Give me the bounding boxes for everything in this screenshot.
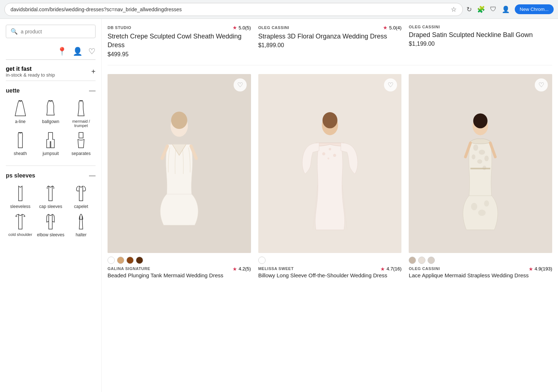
avatar-icon[interactable]: 👤 xyxy=(502,5,510,13)
top-product-name-1: Stretch Crepe Sculpted Cowl Sheath Weddi… xyxy=(108,32,251,50)
search-bar[interactable]: 🔍 xyxy=(6,25,96,38)
rating-star-1: ★ xyxy=(232,266,237,272)
svg-point-18 xyxy=(484,200,489,207)
wishlist-button-3[interactable]: ♡ xyxy=(535,78,548,91)
aline-label: a-line xyxy=(15,119,25,124)
main-content: DB STUDIO ★ 5.0(5) Stretch Crepe Sculpte… xyxy=(102,19,558,392)
products-grid: ♡ GALINA SIGNATURE ★ 4.2(5) Beaded Plung… xyxy=(108,74,552,290)
color-swatch-brown-1[interactable] xyxy=(126,257,134,264)
star-icon-1: ★ xyxy=(232,25,237,30)
top-product-price-2: $1,899.00 xyxy=(258,42,402,49)
color-swatch-tan-1[interactable] xyxy=(117,257,124,264)
product-card-1[interactable]: ♡ GALINA SIGNATURE ★ 4.2(5) Beaded Plung… xyxy=(108,74,251,281)
silhouette-filter-title: uette xyxy=(6,87,20,94)
rating-value-1: 5.0(5) xyxy=(239,25,251,30)
svg-point-13 xyxy=(472,154,476,159)
svg-point-17 xyxy=(478,210,486,216)
product-name-2: Billowy Long Sleeve Off-the-Shoulder Wed… xyxy=(258,272,402,279)
top-product-card-2[interactable]: OLEG CASSINI ★ 5.0(4) Strapless 3D Flora… xyxy=(258,25,402,58)
product-brand-3: OLEG CASSINI xyxy=(409,266,440,271)
color-swatch-light-3[interactable] xyxy=(418,257,425,264)
product-rating-1: ★ 4.2(5) xyxy=(232,266,251,272)
search-input[interactable] xyxy=(21,29,91,34)
refresh-icon[interactable]: ↻ xyxy=(466,5,472,13)
color-swatch-gray-3[interactable] xyxy=(409,257,416,264)
top-product-card-3[interactable]: OLEG CASSINI Draped Satin Sculpted Neckl… xyxy=(409,25,552,58)
rating-value-2: 5.0(4) xyxy=(389,25,401,30)
product-card-2[interactable]: ♡ MELISSA SWEET ★ 4.7(16) Billowy Long S… xyxy=(258,74,402,281)
collapse-sleeves-icon[interactable]: — xyxy=(89,172,96,179)
product-brand-2: MELISSA SWEET xyxy=(258,266,294,271)
silhouette-options-grid: a-line ballgown xyxy=(6,99,96,156)
extensions-icon[interactable]: 🧩 xyxy=(477,5,485,13)
svg-point-16 xyxy=(471,203,477,211)
product-image-wrapper-3: ♡ xyxy=(409,74,552,253)
separates-label: separates xyxy=(72,151,91,156)
browser-icons: ↻ 🧩 🛡 👤 New Chrom... xyxy=(466,4,554,14)
sleeves-filter-section: ps sleeves — sleeveless xyxy=(6,166,96,247)
wishlist-button-2[interactable]: ♡ xyxy=(384,78,397,91)
product-name-3: Lace Applique Mermaid Strapless Wedding … xyxy=(409,272,552,279)
filter-option-coldshoulder[interactable]: cold shoulder xyxy=(6,213,35,237)
product-name-1: Beaded Plunging Tank Mermaid Wedding Dre… xyxy=(108,272,251,279)
product-rating-2: ★ 4.7(16) xyxy=(380,266,401,272)
filter-option-ballgown[interactable]: ballgown xyxy=(36,99,65,128)
url-bar[interactable]: davidsbridal.com/brides/wedding-dresses?… xyxy=(4,3,463,16)
filter-option-jumpsuit[interactable]: jumpsuit xyxy=(36,131,65,156)
elbowsleeves-label: elbow sleeves xyxy=(37,232,64,237)
svg-point-7 xyxy=(327,158,329,159)
svg-point-5 xyxy=(329,148,331,150)
filter-option-capelet[interactable]: capelet xyxy=(66,184,96,209)
get-it-fast-title: get it fast xyxy=(6,66,55,72)
page-wrapper: 🔍 📍 👤 ♡ get it fast in-stock & ready to … xyxy=(0,19,558,392)
top-product-brand-2: OLEG CASSINI xyxy=(258,25,289,30)
product-brand-1: GALINA SIGNATURE xyxy=(108,266,150,271)
get-it-fast-filter[interactable]: get it fast in-stock & ready to ship + xyxy=(6,60,96,81)
color-swatch-darkbrown-1[interactable] xyxy=(136,257,143,264)
filter-option-mermaid[interactable]: mermaid / trumpet xyxy=(66,99,96,128)
filter-option-halter[interactable]: halter xyxy=(66,213,96,237)
url-text: davidsbridal.com/brides/wedding-dresses?… xyxy=(11,7,182,12)
ballgown-label: ballgown xyxy=(42,119,59,124)
collapse-silhouette-icon[interactable]: — xyxy=(89,87,96,94)
product-image-3 xyxy=(409,74,552,253)
svg-point-6 xyxy=(333,154,336,157)
filter-option-capsleeves[interactable]: cap sleeves xyxy=(36,184,65,209)
filter-option-aline[interactable]: a-line xyxy=(6,99,35,128)
top-product-rating-1: ★ 5.0(5) xyxy=(232,25,251,30)
color-swatch-white-2[interactable] xyxy=(258,257,266,264)
top-product-rating-2: ★ 5.0(4) xyxy=(383,25,401,30)
product-card-3[interactable]: ♡ OLEG CASSINI ★ 4.9(193) Lace Applique … xyxy=(409,74,552,281)
svg-point-1 xyxy=(171,111,187,129)
location-icon[interactable]: 📍 xyxy=(57,47,67,56)
new-chrome-button[interactable]: New Chrom... xyxy=(515,4,554,14)
browser-bar: davidsbridal.com/brides/wedding-dresses?… xyxy=(0,0,558,19)
top-product-card-1[interactable]: DB STUDIO ★ 5.0(5) Stretch Crepe Sculpte… xyxy=(108,25,251,58)
svg-point-4 xyxy=(322,152,326,155)
filter-option-sheath[interactable]: sheath xyxy=(6,131,35,156)
filter-option-elbowsleeves[interactable]: elbow sleeves xyxy=(36,213,65,237)
wishlist-icon[interactable]: ♡ xyxy=(88,47,96,56)
sleeves-filter-title: ps sleeves xyxy=(6,172,35,179)
get-it-fast-subtitle: in-stock & ready to ship xyxy=(6,72,55,78)
silhouette-filter-section: uette — a-line xyxy=(6,81,96,166)
rating-text-1: 4.2(5) xyxy=(239,266,251,271)
top-product-name-2: Strapless 3D Floral Organza Wedding Dres… xyxy=(258,32,402,41)
product-image-wrapper-1: ♡ xyxy=(108,74,251,253)
wishlist-button-1[interactable]: ♡ xyxy=(234,78,247,91)
filter-option-separates[interactable]: separates xyxy=(66,131,96,156)
silhouette-filter-header: uette — xyxy=(6,87,96,94)
search-icon: 🔍 xyxy=(11,28,18,35)
svg-point-3 xyxy=(322,112,337,128)
filter-option-sleeveless[interactable]: sleeveless xyxy=(6,184,35,209)
top-product-brand-3: OLEG CASSINI xyxy=(409,25,440,29)
plus-icon[interactable]: + xyxy=(91,68,96,76)
top-products-row: DB STUDIO ★ 5.0(5) Stretch Crepe Sculpte… xyxy=(108,19,552,65)
account-icon[interactable]: 👤 xyxy=(73,47,82,56)
color-swatch-cream-3[interactable] xyxy=(428,257,435,264)
rating-star-2: ★ xyxy=(380,266,385,272)
color-swatch-white-1[interactable] xyxy=(108,257,115,264)
star-icon[interactable]: ☆ xyxy=(451,5,457,13)
shield-icon[interactable]: 🛡 xyxy=(490,5,497,13)
capsleeves-label: cap sleeves xyxy=(39,204,62,209)
